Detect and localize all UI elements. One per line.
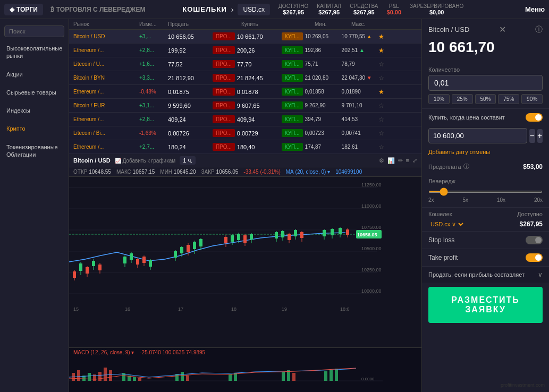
star-6[interactable]: ☆ — [378, 116, 384, 123]
pro-button-5[interactable]: ПРО... — [213, 101, 235, 109]
table-row[interactable]: Bitcoin / BYN +3,3... 21 812,90 ПРО... 2… — [69, 71, 421, 85]
market-area: Рынок Изме... Продать Купить Мин. Макс. … — [69, 19, 421, 392]
chart-tools: ⚙ 📊 ✏ ≡ ⤢ — [379, 157, 417, 164]
svg-rect-24 — [98, 265, 102, 270]
panel-close-button[interactable]: ✕ — [499, 24, 506, 35]
stop-loss-row: Stop loss — [422, 231, 549, 249]
kup-button-2[interactable]: КУП... — [282, 60, 303, 68]
pct-90-button[interactable]: 90% — [521, 94, 543, 104]
settings-icon[interactable]: ⚙ — [379, 157, 384, 164]
sidebar-item-indexes[interactable]: Индексы — [0, 101, 69, 120]
take-profit-toggle[interactable] — [526, 253, 543, 262]
stop-loss-toggle[interactable] — [526, 236, 543, 244]
torgi-button[interactable]: ◈ ТОРГИ — [4, 4, 43, 15]
table-row[interactable]: Ethereum /... +2,8... 199,92 ПРО... 200,… — [69, 44, 421, 57]
sidebar-item-volatile[interactable]: Высоковолатильные рынки — [0, 39, 69, 65]
svg-rect-30 — [136, 259, 139, 265]
kup-button-8[interactable]: КУП... — [282, 143, 303, 151]
arrow-button[interactable]: › — [231, 5, 234, 14]
svg-rect-50 — [237, 234, 240, 240]
add-date-link[interactable]: Добавить дату отмены — [422, 148, 549, 159]
kup-button-4[interactable]: КУП... — [282, 88, 303, 96]
timeframe-select[interactable]: 1 ч. — [180, 156, 196, 165]
kup-button-7[interactable]: КУП... — [282, 129, 303, 137]
pct-10-button[interactable]: 10% — [428, 94, 450, 104]
table-header: Рынок Изме... Продать Купить Мин. Макс. — [69, 19, 421, 30]
star-8[interactable]: ☆ — [378, 143, 384, 151]
star-2[interactable]: ☆ — [378, 61, 384, 68]
svg-text:11000.00: 11000.00 — [361, 203, 382, 209]
take-profit-knob — [535, 254, 542, 261]
top-nav: ◈ ТОРГИ ₿ ТОРГОВЛЯ С ЛЕВЕРЕДЖЕМ КОШЕЛЬКИ… — [0, 0, 549, 19]
table-row[interactable]: Ethereum /... +2,7... 180,24 ПРО... 180,… — [69, 140, 421, 154]
kup-button-3[interactable]: КУП... — [282, 74, 303, 82]
buy-price-input[interactable] — [428, 128, 527, 143]
panel-info-button[interactable]: ⓘ — [535, 25, 543, 35]
svg-rect-56 — [275, 232, 278, 238]
wallet-label: Кошелек — [428, 211, 452, 217]
leverage-button[interactable]: ₿ ТОРГОВЛЯ С ЛЕВЕРЕДЖЕМ — [45, 4, 151, 15]
layers-icon[interactable]: ≡ — [406, 157, 409, 164]
buy-when-toggle[interactable] — [526, 113, 543, 122]
table-row[interactable]: Bitcoin / EUR +3,1... 9 599,60 ПРО... 9 … — [69, 99, 421, 113]
menu-button[interactable]: Меню — [525, 5, 545, 13]
search-box — [0, 23, 69, 39]
sidebar-item-commodities[interactable]: Сырьевые товары — [0, 83, 69, 101]
pro-button-8[interactable]: ПРО... — [213, 143, 235, 151]
kup-button-5[interactable]: КУП... — [282, 101, 303, 109]
kup-button-6[interactable]: КУП... — [282, 115, 303, 123]
chart-type-icon[interactable]: 📊 — [387, 157, 395, 164]
star-7[interactable]: ☆ — [378, 130, 384, 137]
star-5[interactable]: ☆ — [378, 102, 384, 109]
star-3[interactable]: ☆ — [378, 74, 384, 82]
place-order-button[interactable]: РАЗМЕСТИТЬЗАЯВКУ — [428, 287, 543, 323]
pro-button-2[interactable]: ПРО... — [213, 60, 235, 68]
pct-50-button[interactable]: 50% — [475, 94, 496, 104]
plus-button[interactable]: + — [537, 129, 543, 143]
table-row[interactable]: Ethereum /... -0,48% 0,01875 ПРО... 0,01… — [69, 85, 421, 99]
fullscreen-icon[interactable]: ⤢ — [412, 157, 417, 164]
pro-button-3[interactable]: ПРО... — [213, 74, 235, 82]
sell-if-row[interactable]: Продать, если прибыль составляет ∨ — [422, 266, 549, 283]
table-row[interactable]: Litecoin / U... +1,6... 77,52 ПРО... 77,… — [69, 57, 421, 71]
pro-button-1[interactable]: ПРО... — [213, 46, 235, 54]
svg-rect-66 — [323, 230, 326, 236]
svg-rect-104 — [335, 369, 338, 381]
pro-button-7[interactable]: ПРО... — [213, 129, 235, 137]
table-row[interactable]: Litecoin / Bi... -1,63% 0,00726 ПРО... 0… — [69, 126, 421, 140]
draw-icon[interactable]: ✏ — [398, 157, 403, 164]
table-row[interactable]: Ethereum /... +2,8... 409,24 ПРО... 409,… — [69, 113, 421, 126]
minus-button[interactable]: − — [529, 129, 535, 143]
toggle-knob — [535, 114, 542, 121]
wallet-select[interactable]: USD.cx ∨ — [428, 220, 465, 228]
leverage-label: Левередж — [428, 178, 543, 184]
star-4[interactable]: ★ — [378, 88, 384, 96]
table-row[interactable]: Bitcoin / USD +3,... 10 656,05 ПРО... 10… — [69, 30, 421, 44]
sidebar-item-stocks[interactable]: Акции — [0, 65, 69, 83]
star-1[interactable]: ★ — [378, 47, 384, 54]
star-0[interactable]: ★ — [378, 33, 384, 40]
svg-rect-36 — [174, 251, 177, 258]
macd-svg: 0.0000 -200.000 — [69, 357, 421, 392]
sidebar: Высоковолатильные рынки Акции Сырьевые т… — [0, 19, 69, 392]
add-to-chart[interactable]: 📈 Добавить к графикам — [115, 158, 176, 164]
available-label: Доступно — [517, 211, 543, 217]
sidebar-item-bonds[interactable]: Токенизированные Облигации — [0, 138, 69, 164]
prepay-row: Предоплата ⓘ $53,00 — [422, 159, 549, 174]
kup-button-0[interactable]: КУП... — [282, 32, 303, 40]
pct-25-button[interactable]: 25% — [452, 94, 473, 104]
quantity-input[interactable] — [428, 75, 543, 91]
leverage-marks: 2x 5x 10x 20x — [428, 197, 543, 203]
svg-text:10250.00: 10250.00 — [361, 267, 382, 272]
sidebar-item-crypto[interactable]: Крипто — [0, 120, 69, 138]
search-input[interactable] — [4, 25, 64, 37]
pro-button-6[interactable]: ПРО... — [213, 115, 235, 123]
pro-button-0[interactable]: ПРО... — [213, 32, 235, 40]
pct-75-button[interactable]: 75% — [498, 94, 519, 104]
ma-indicator[interactable]: МА (20, close, 0) ▾ — [286, 169, 330, 175]
pro-button-4[interactable]: ПРО... — [213, 88, 235, 96]
kup-button-1[interactable]: КУП... — [282, 46, 303, 54]
usd-cx-button[interactable]: USD.cx — [238, 4, 270, 15]
chart-svg: 11250.00 11000.00 10750.00 10500.00 1025… — [69, 177, 421, 346]
leverage-slider[interactable] — [428, 191, 543, 193]
